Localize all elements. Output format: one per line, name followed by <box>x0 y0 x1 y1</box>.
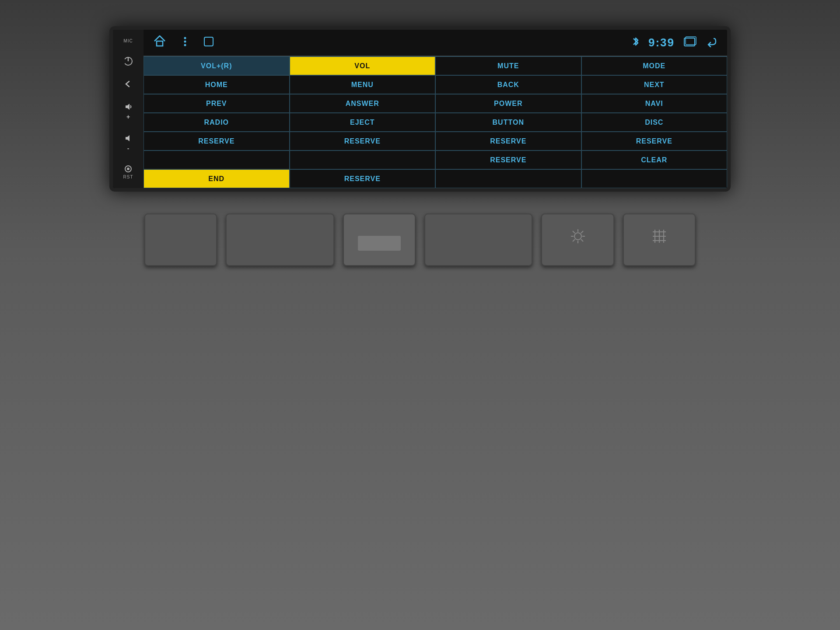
grid-cell-label-r2-c0: PREV <box>206 100 227 108</box>
grid-cell-label-r5-c2: RESERVE <box>490 156 526 164</box>
grid-cell-label-r2-c3: NAVI <box>645 100 663 108</box>
grid-cell-label-r6-c0: END <box>208 175 224 183</box>
svg-point-13 <box>574 233 581 240</box>
grid-cell-label-r0-c3: MODE <box>643 62 665 70</box>
grid-cell-r6-c3[interactable] <box>581 169 728 188</box>
phys-btn-4[interactable] <box>424 214 532 266</box>
grid-cell-r1-c3[interactable]: NEXT <box>581 75 728 94</box>
svg-point-7 <box>184 37 186 39</box>
screen-main: 9:39 <box>144 30 727 188</box>
grid-cell-label-r5-c3: CLEAR <box>641 156 667 164</box>
grid-cell-r4-c2[interactable]: RESERVE <box>435 132 581 150</box>
grid-cell-label-r0-c1: VOL <box>354 62 370 70</box>
svg-marker-3 <box>126 135 130 141</box>
status-bar-left <box>152 34 214 52</box>
grid-cell-r5-c0[interactable] <box>144 150 290 169</box>
grid-cell-label-r3-c1: EJECT <box>350 119 375 126</box>
grid-cell-label-r1-c0: HOME <box>205 81 228 89</box>
left-controls: MIC + <box>113 30 144 188</box>
svg-point-9 <box>184 44 186 46</box>
grid-cell-r2-c2[interactable]: POWER <box>435 94 581 113</box>
grid-cell-r2-c0[interactable]: PREV <box>144 94 290 113</box>
svg-rect-10 <box>204 37 213 46</box>
grid-cell-r1-c0[interactable]: HOME <box>144 75 290 94</box>
bluetooth-icon <box>632 36 640 49</box>
grid-cell-r2-c3[interactable]: NAVI <box>581 94 728 113</box>
grid-cell-label-r2-c2: POWER <box>494 100 522 108</box>
volume-up-icon <box>123 102 133 112</box>
mic-label: MIC <box>123 38 133 43</box>
phys-btn-2[interactable] <box>226 214 334 266</box>
grid-cell-label-r4-c1: RESERVE <box>344 137 381 145</box>
grid-cell-label-r6-c1: RESERVE <box>344 175 381 183</box>
rst-icon <box>124 165 132 173</box>
window-icon[interactable] <box>683 36 696 50</box>
svg-line-21 <box>573 239 575 242</box>
grid-cell-r6-c2[interactable] <box>435 169 581 188</box>
grid-cell-r6-c0[interactable]: END <box>144 169 290 188</box>
button-grid: VOL+(R)VOLMUTEMODEHOMEMENUBACKNEXTPREVAN… <box>144 56 727 188</box>
grid-cell-label-r1-c3: NEXT <box>644 81 665 89</box>
grid-cell-r0-c2[interactable]: MUTE <box>435 56 581 75</box>
grid-cell-r5-c2[interactable]: RESERVE <box>435 150 581 169</box>
car-frame: MIC + <box>0 0 840 630</box>
grid-cell-r3-c1[interactable]: EJECT <box>290 113 436 132</box>
menu-dots-icon[interactable] <box>180 35 190 50</box>
svg-rect-6 <box>157 41 163 46</box>
grid-cell-label-r2-c1: ANSWER <box>346 100 379 108</box>
phys-btn-6[interactable] <box>623 214 696 266</box>
screen-bezel: MIC + <box>109 26 731 192</box>
grid-cell-r6-c1[interactable]: RESERVE <box>290 169 436 188</box>
grid-cell-r3-c3[interactable]: DISC <box>581 113 728 132</box>
grid-cell-label-r4-c3: RESERVE <box>636 137 672 145</box>
grid-cell-r4-c0[interactable]: RESERVE <box>144 132 290 150</box>
status-bar: 9:39 <box>144 30 727 56</box>
grid-cell-r2-c1[interactable]: ANSWER <box>290 94 436 113</box>
back-button-left[interactable] <box>123 79 133 89</box>
svg-point-5 <box>127 168 130 170</box>
status-bar-right: 9:39 <box>632 36 718 50</box>
svg-line-20 <box>581 231 583 233</box>
power-button[interactable] <box>123 56 133 66</box>
power-icon <box>123 56 133 66</box>
svg-marker-2 <box>126 104 130 110</box>
grid-cell-label-r0-c0: VOL+(R) <box>201 62 232 70</box>
grid-cell-r0-c0[interactable]: VOL+(R) <box>144 56 290 75</box>
grid-cell-label-r4-c0: RESERVE <box>198 137 234 145</box>
time-display: 9:39 <box>648 36 675 49</box>
phys-btn-3[interactable] <box>343 214 416 266</box>
volume-down-icon <box>123 133 133 143</box>
grid-cell-r4-c3[interactable]: RESERVE <box>581 132 728 150</box>
grid-cell-r4-c1[interactable]: RESERVE <box>290 132 436 150</box>
svg-line-19 <box>581 239 583 242</box>
bottom-buttons <box>109 196 731 284</box>
grid-cell-label-r4-c2: RESERVE <box>490 137 526 145</box>
vol-down-button[interactable]: - <box>123 133 133 152</box>
svg-line-18 <box>573 231 575 233</box>
grid-cell-r0-c1[interactable]: VOL <box>290 56 436 75</box>
grid-cell-r3-c2[interactable]: BUTTON <box>435 113 581 132</box>
grid-cell-label-r3-c2: BUTTON <box>493 119 524 126</box>
home-icon[interactable] <box>152 34 167 52</box>
phys-btn-1[interactable] <box>144 214 217 266</box>
rst-label: RST <box>123 175 133 179</box>
apps-icon[interactable] <box>203 36 214 50</box>
grid-cell-r0-c3[interactable]: MODE <box>581 56 728 75</box>
grid-cell-r5-c3[interactable]: CLEAR <box>581 150 728 169</box>
vol-up-button[interactable]: + <box>123 102 133 120</box>
rst-button[interactable]: RST <box>123 165 133 179</box>
mic-control: MIC <box>123 38 133 43</box>
phys-btn-5[interactable] <box>541 214 614 266</box>
back-arrow-icon <box>123 79 133 89</box>
grid-cell-label-r1-c2: BACK <box>497 81 519 89</box>
grid-cell-r1-c2[interactable]: BACK <box>435 75 581 94</box>
grid-cell-label-r3-c3: DISC <box>645 119 663 126</box>
grid-cell-r5-c1[interactable] <box>290 150 436 169</box>
back-nav-icon[interactable] <box>705 36 718 50</box>
grid-cell-label-r1-c1: MENU <box>351 81 374 89</box>
svg-point-8 <box>184 40 186 42</box>
grid-cell-label-r3-c0: RADIO <box>204 119 229 126</box>
grid-cell-label-r0-c2: MUTE <box>497 62 519 70</box>
grid-cell-r3-c0[interactable]: RADIO <box>144 113 290 132</box>
grid-cell-r1-c1[interactable]: MENU <box>290 75 436 94</box>
